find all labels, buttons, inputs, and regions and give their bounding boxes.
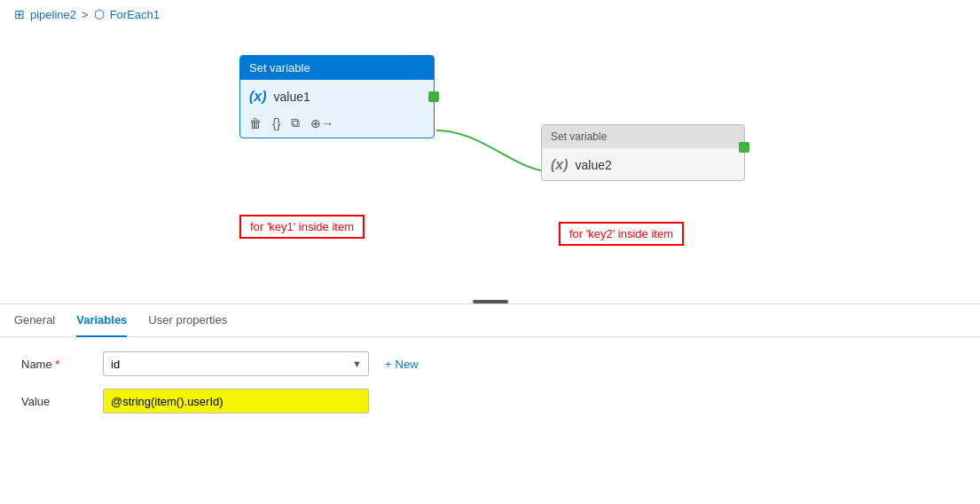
new-button-label: New — [396, 358, 419, 371]
trash-icon[interactable]: 🗑 — [249, 116, 262, 130]
annotation-key1: for 'key1' inside item — [239, 215, 365, 239]
variables-form: Name * id ▼ + New Value — [0, 337, 980, 428]
braces-icon[interactable]: {} — [272, 116, 280, 130]
add-output-icon[interactable]: ⊕→ — [310, 116, 333, 130]
node2-body: (x) value2 — [542, 148, 744, 180]
breadcrumb: ⊞ pipeline2 > ⬡ ForEach1 — [0, 0, 980, 28]
name-form-row: Name * id ▼ + New — [21, 351, 959, 376]
breadcrumb-separator: > — [82, 8, 89, 21]
node1-body: (x) value1 — [240, 80, 434, 112]
pipeline-icon: ⊞ — [14, 7, 25, 21]
copy-icon[interactable]: ⧉ — [291, 115, 300, 130]
required-star: * — [55, 358, 59, 371]
tab-bar: General Variables User properties — [0, 304, 980, 337]
output-connector-2[interactable] — [739, 142, 749, 153]
connector-svg — [0, 28, 980, 303]
breadcrumb-pipeline[interactable]: pipeline2 — [30, 8, 76, 21]
panel-divider-handle[interactable] — [473, 300, 508, 303]
variable-icon-1: (x) — [249, 89, 267, 105]
tab-general[interactable]: General — [14, 304, 55, 337]
tab-user-properties[interactable]: User properties — [148, 304, 227, 337]
node1-header: Set variable — [240, 56, 434, 80]
new-button[interactable]: + New — [380, 356, 424, 373]
value-label: Value — [21, 395, 92, 408]
foreach-icon: ⬡ — [94, 7, 105, 21]
annotation-key2: for 'key2' inside item — [559, 222, 684, 246]
node2-header: Set variable — [542, 125, 744, 148]
tab-variables[interactable]: Variables — [76, 304, 127, 337]
value-form-row: Value — [21, 389, 959, 413]
pipeline-canvas: Set variable (x) value1 🗑 {} ⧉ ⊕→ Set va… — [0, 28, 980, 303]
name-label: Name * — [21, 358, 92, 371]
node1-footer: 🗑 {} ⧉ ⊕→ — [240, 112, 434, 138]
node2-var-name: value2 — [576, 158, 612, 172]
breadcrumb-foreach[interactable]: ForEach1 — [110, 8, 160, 21]
plus-icon: + — [385, 358, 392, 371]
name-select[interactable]: id — [103, 351, 369, 376]
bottom-panel: General Variables User properties Name *… — [0, 303, 980, 428]
name-select-wrapper: id ▼ — [103, 351, 369, 376]
node1-var-name: value1 — [274, 90, 310, 104]
value-input[interactable] — [103, 389, 369, 413]
set-variable-node-2[interactable]: Set variable (x) value2 — [541, 124, 745, 181]
set-variable-node-1[interactable]: Set variable (x) value1 🗑 {} ⧉ ⊕→ — [239, 55, 435, 138]
output-connector-1[interactable] — [428, 91, 439, 102]
variable-icon-2: (x) — [551, 157, 568, 173]
